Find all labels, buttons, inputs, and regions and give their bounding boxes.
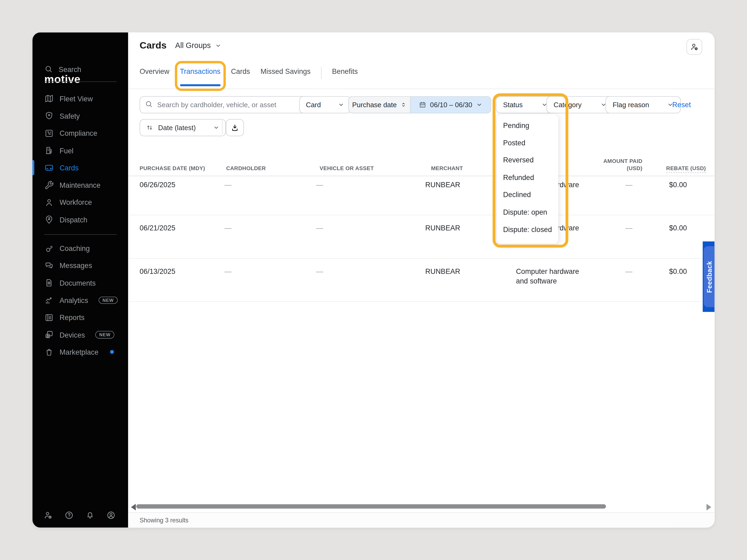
updown-icon	[400, 101, 407, 108]
whistle-icon	[44, 243, 54, 253]
sidebar-item-analytics[interactable]: AnalyticsNEW	[32, 291, 128, 309]
search-input[interactable]	[139, 96, 316, 113]
sort-button[interactable]: Date (latest)	[139, 119, 226, 136]
category-filter-button[interactable]: Category	[546, 96, 614, 113]
scroll-right-arrow[interactable]	[706, 504, 711, 510]
cell-vehicle: —	[316, 223, 425, 258]
sidebar-item-label: Coaching	[59, 244, 89, 252]
status-option-declined[interactable]: Declined	[497, 186, 558, 203]
tab-overview[interactable]: Overview	[139, 65, 170, 86]
feedback-button[interactable]: Feedback	[704, 246, 715, 307]
tab-benefits[interactable]: Benefits	[332, 65, 358, 86]
sidebar-item-cards[interactable]: Cards	[32, 159, 128, 177]
column-header-vehicle: VEHICLE OR ASSET	[319, 165, 431, 172]
purchase-date-field-button[interactable]: Purchase date	[349, 97, 411, 113]
tab-transactions[interactable]: Transactions	[180, 65, 221, 86]
sidebar-item-compliance[interactable]: Compliance	[32, 125, 128, 142]
sidebar-item-fuel[interactable]: Fuel	[32, 142, 128, 159]
page-title: Cards	[139, 40, 166, 51]
table-row[interactable]: 06/26/2025——RUNBEARComputer hardware and…	[128, 172, 715, 215]
download-button[interactable]	[226, 119, 244, 136]
page-header: Cards All Groups	[139, 40, 222, 51]
date-range-button[interactable]: 06/10 – 06/30	[411, 97, 491, 113]
date-range-value: 06/10 – 06/30	[430, 101, 472, 109]
sidebar-item-safety[interactable]: Safety	[32, 107, 128, 125]
purchase-date-filter: Purchase date 06/10 – 06/30	[348, 96, 491, 113]
sidebar-item-coaching[interactable]: Coaching	[32, 240, 128, 257]
tabs-divider	[321, 67, 321, 79]
cell-amount: —	[583, 180, 632, 215]
active-indicator	[32, 160, 34, 176]
screen: motive Search Fleet ViewSafetyCompliance…	[0, 0, 747, 560]
sidebar-item-label: Documents	[59, 279, 96, 287]
toolbar-divider	[222, 120, 223, 134]
user-settings-icon[interactable]	[44, 510, 53, 520]
tab-label: Benefits	[332, 67, 358, 75]
horizontal-scrollbar-thumb[interactable]	[136, 504, 606, 509]
new-badge: NEW	[99, 296, 118, 304]
status-option-pending[interactable]: Pending	[497, 117, 558, 134]
wrench-icon	[44, 180, 54, 190]
cell-rebate: $0.00	[656, 180, 715, 215]
sidebar-item-label: Cards	[59, 164, 78, 172]
sidebar: motive Search Fleet ViewSafetyCompliance…	[32, 32, 128, 528]
purchase-date-label: Purchase date	[352, 101, 397, 109]
help-icon[interactable]	[64, 510, 74, 520]
sidebar-item-label: Fleet View	[59, 95, 93, 103]
tab-cards[interactable]: Cards	[231, 65, 250, 86]
sidebar-divider	[44, 234, 117, 235]
status-option-refunded[interactable]: Refunded	[497, 168, 558, 186]
card-filter-label: Card	[306, 101, 321, 109]
location-pin-icon	[44, 215, 54, 224]
card-filter-button[interactable]: Card	[299, 96, 351, 113]
flag-reason-filter-button[interactable]: Flag reason	[606, 96, 681, 113]
search-icon	[145, 100, 153, 108]
calendar-icon	[419, 101, 426, 109]
results-count: Showing 3 results	[139, 517, 188, 524]
sidebar-item-search[interactable]: Search	[44, 62, 81, 76]
fuel-pump-icon	[44, 145, 54, 155]
sidebar-item-label: Messages	[59, 262, 92, 270]
reset-filters-link[interactable]: Reset	[672, 96, 691, 112]
account-icon[interactable]	[106, 510, 116, 520]
table-row[interactable]: 06/21/2025——RUNBEARComputer hardware and…	[128, 215, 715, 259]
map-icon	[44, 94, 54, 104]
sidebar-item-fleet-view[interactable]: Fleet View	[32, 90, 128, 107]
credit-card-icon	[44, 163, 54, 172]
tab-missed-savings[interactable]: Missed Savings	[261, 65, 311, 86]
feedback-label: Feedback	[705, 261, 713, 293]
app-window: motive Search Fleet ViewSafetyCompliance…	[32, 32, 715, 528]
user-settings-icon	[690, 43, 699, 51]
cell-amount: —	[583, 267, 632, 301]
status-option-dispute-closed[interactable]: Dispute: closed	[497, 220, 558, 238]
bell-icon[interactable]	[85, 510, 95, 520]
chevron-down-icon	[338, 101, 344, 108]
group-selector[interactable]: All Groups	[175, 41, 222, 50]
sidebar-item-reports[interactable]: Reports	[32, 309, 128, 326]
sidebar-item-marketplace[interactable]: Marketplace	[32, 344, 128, 361]
sidebar-item-dispatch[interactable]: Dispatch	[32, 211, 128, 228]
scroll-left-arrow[interactable]	[131, 504, 136, 510]
sidebar-item-messages[interactable]: Messages	[32, 257, 128, 274]
user-settings-button[interactable]	[687, 39, 702, 55]
status-filter-button[interactable]: Status	[496, 96, 555, 113]
status-option-posted[interactable]: Posted	[497, 134, 558, 151]
shopping-bag-icon	[44, 347, 54, 357]
table-row[interactable]: 06/13/2025——RUNBEARComputer hardware and…	[128, 259, 715, 302]
sidebar-item-maintenance[interactable]: Maintenance	[32, 177, 128, 194]
sidebar-item-workforce[interactable]: Workforce	[32, 194, 128, 211]
cell-merchant: RUNBEAR	[425, 267, 516, 301]
status-option-dispute-open[interactable]: Dispute: open	[497, 203, 558, 220]
sidebar-item-label: Reports	[59, 313, 84, 321]
column-header-rebate: REBATE (USD)	[666, 165, 715, 172]
cell-cardholder: —	[224, 223, 316, 258]
notification-dot	[110, 350, 114, 354]
person-icon	[44, 197, 54, 207]
sidebar-item-documents[interactable]: Documents	[32, 274, 128, 292]
status-option-reversed[interactable]: Reversed	[497, 151, 558, 168]
analytics-icon	[44, 295, 54, 305]
flag-reason-filter-label: Flag reason	[613, 101, 649, 109]
sidebar-item-devices[interactable]: DevicesNEW	[32, 326, 128, 344]
column-header-date: PURCHASE DATE (MDY)	[139, 165, 226, 172]
table-body: 06/26/2025——RUNBEARComputer hardware and…	[128, 172, 715, 302]
